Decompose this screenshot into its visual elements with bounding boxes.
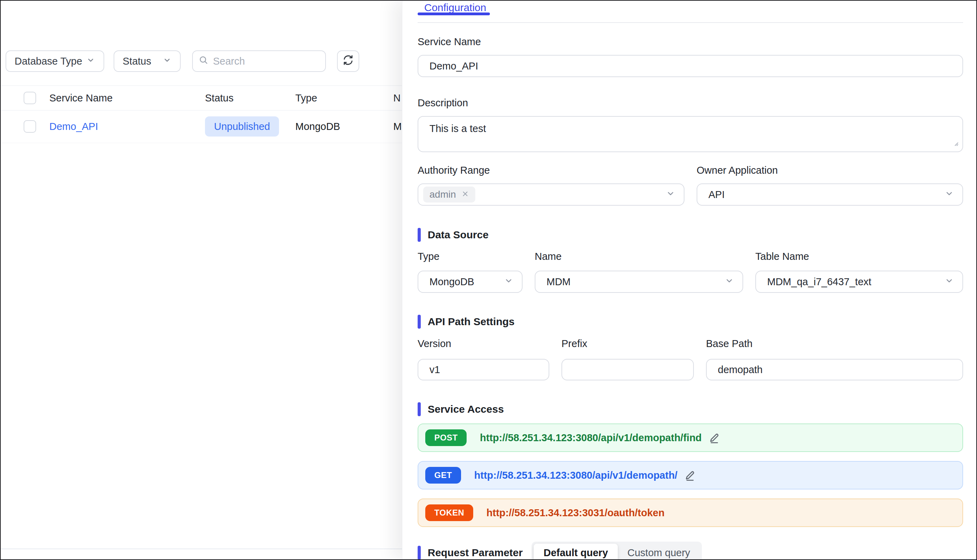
table-header: Service Name Status Type N — [1, 85, 403, 110]
database-type-filter[interactable]: Database Type — [5, 50, 104, 72]
request-parameter-section-header: Request Parameter — [418, 546, 523, 559]
ds-table-name-select[interactable]: MDM_qa_i7_6437_text — [755, 271, 963, 293]
version-field[interactable] — [418, 359, 549, 380]
api-path-section-header: API Path Settings — [418, 315, 963, 328]
ds-type-label: Type — [418, 251, 523, 262]
configuration-drawer: Configuration Service Name Description A… — [402, 1, 976, 559]
token-endpoint-url: http://58.251.34.123:3031/oauth/token — [487, 507, 665, 519]
column-header-status: Status — [205, 92, 233, 104]
status-filter[interactable]: Status — [113, 50, 181, 72]
filter-bar: Database Type Status — [5, 50, 359, 72]
section-accent-bar — [418, 546, 421, 559]
resize-grip-icon[interactable] — [952, 140, 959, 148]
column-header-type: Type — [295, 92, 317, 104]
status-filter-label: Status — [123, 56, 151, 67]
tab-configuration-label: Configuration — [424, 2, 486, 13]
service-name-label: Service Name — [418, 36, 963, 48]
ds-table-name-value: MDM_qa_i7_6437_text — [767, 276, 871, 288]
get-method-badge: GET — [425, 467, 461, 483]
column-header-service-name: Service Name — [49, 92, 113, 104]
section-accent-bar — [418, 315, 421, 328]
active-tab-indicator — [418, 13, 490, 15]
ds-table-name-label: Table Name — [755, 251, 963, 262]
data-source-title: Data Source — [428, 229, 488, 241]
ds-type-select[interactable]: MongoDB — [418, 271, 523, 293]
owner-application-label: Owner Application — [697, 165, 963, 176]
table-row: Demo_API Unpublished MongoDB M — [1, 110, 403, 143]
service-access-title: Service Access — [428, 403, 504, 415]
tag-remove-icon[interactable] — [462, 189, 469, 200]
authority-range-select[interactable]: admin — [418, 183, 684, 206]
tab-default-query[interactable]: Default query — [534, 544, 617, 559]
app-window: Database Type Status — [0, 0, 977, 560]
endpoint-get: GET http://58.251.34.123:3080/api/v1/dem… — [418, 461, 963, 490]
service-list-panel: Database Type Status — [1, 1, 403, 559]
owner-application-value: API — [709, 189, 725, 200]
prefix-field[interactable] — [562, 359, 694, 380]
search-input[interactable] — [212, 55, 320, 67]
prefix-label: Prefix — [562, 338, 694, 350]
description-field[interactable] — [418, 116, 963, 152]
column-header-partial: N — [393, 92, 400, 104]
post-endpoint-url: http://58.251.34.123:3080/api/v1/demopat… — [480, 432, 702, 443]
base-path-label: Base Path — [706, 338, 963, 350]
chevron-down-icon — [724, 276, 734, 288]
edit-icon[interactable] — [684, 469, 696, 482]
authority-range-label: Authority Range — [418, 165, 684, 176]
service-name-field[interactable] — [418, 55, 963, 77]
search-box — [192, 50, 326, 72]
service-access-section-header: Service Access — [418, 402, 963, 416]
version-label: Version — [418, 338, 549, 350]
refresh-button[interactable] — [337, 50, 359, 72]
chevron-down-icon — [944, 188, 954, 201]
refresh-icon — [342, 54, 354, 69]
search-icon — [198, 55, 209, 68]
chevron-down-icon — [944, 276, 954, 288]
description-field-wrap — [418, 116, 963, 152]
owner-application-select[interactable]: API — [697, 183, 963, 206]
select-all-checkbox[interactable] — [23, 92, 36, 104]
chevron-down-icon — [163, 56, 172, 67]
token-method-badge: TOKEN — [425, 504, 473, 521]
authority-tag-label: admin — [429, 189, 456, 200]
panel-bottom-divider — [1, 548, 403, 549]
tab-custom-query[interactable]: Custom query — [618, 544, 700, 559]
authority-tag: admin — [423, 187, 475, 203]
get-endpoint-url: http://58.251.34.123:3080/api/v1/demopat… — [474, 470, 677, 481]
ds-name-label: Name — [535, 251, 743, 262]
request-parameter-title: Request Parameter — [428, 547, 523, 558]
service-name-link[interactable]: Demo_API — [49, 121, 98, 132]
section-accent-bar — [418, 228, 421, 242]
tab-configuration[interactable]: Configuration — [418, 2, 486, 13]
api-path-title: API Path Settings — [428, 316, 515, 328]
edit-icon[interactable] — [708, 432, 720, 444]
status-badge: Unpublished — [205, 117, 279, 137]
query-mode-segmented-control: Default query Custom query — [532, 542, 702, 559]
endpoint-token: TOKEN http://58.251.34.123:3031/oauth/to… — [418, 498, 963, 527]
section-accent-bar — [418, 402, 421, 416]
ds-name-value: MDM — [547, 276, 570, 288]
chevron-down-icon — [504, 276, 514, 288]
endpoint-post: POST http://58.251.34.123:3080/api/v1/de… — [418, 423, 963, 452]
post-method-badge: POST — [425, 429, 467, 446]
base-path-field[interactable] — [706, 359, 963, 380]
row-type-cell: MongoDB — [295, 121, 340, 132]
ds-name-select[interactable]: MDM — [535, 271, 743, 293]
drawer-tabs: Configuration — [418, 1, 963, 23]
data-source-section-header: Data Source — [418, 228, 963, 242]
chevron-down-icon — [666, 188, 675, 201]
row-partial-cell: M — [393, 121, 402, 132]
chevron-down-icon — [86, 56, 95, 67]
request-parameter-row: Request Parameter Default query Custom q… — [418, 542, 963, 559]
description-label: Description — [418, 97, 963, 109]
row-checkbox[interactable] — [23, 120, 36, 133]
ds-type-value: MongoDB — [429, 276, 474, 288]
database-type-filter-label: Database Type — [15, 56, 82, 67]
